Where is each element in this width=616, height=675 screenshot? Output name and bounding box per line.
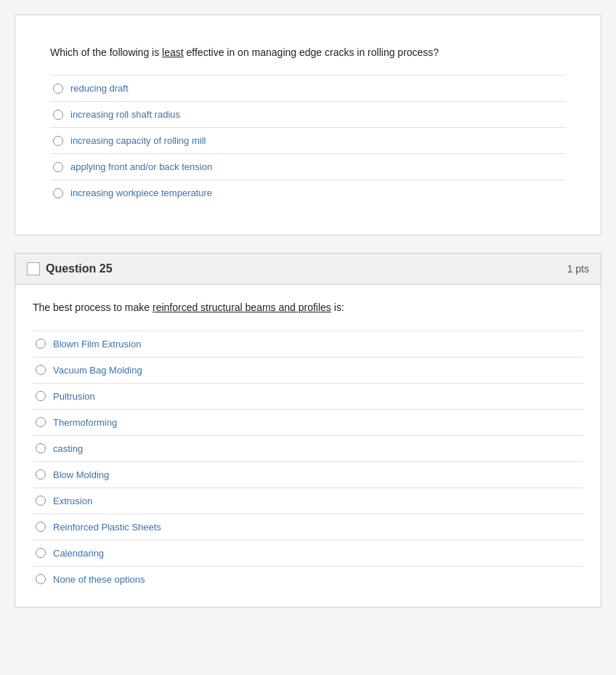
option-label[interactable]: reducing draft [70,83,129,94]
radio-icon[interactable] [53,110,63,120]
question-25-options: Blown Film Extrusion Vacuum Bag Molding … [33,331,583,592]
list-item[interactable]: increasing capacity of rolling mill [50,127,566,153]
option-label[interactable]: increasing capacity of rolling mill [70,135,206,146]
radio-icon[interactable] [53,136,63,146]
question-24-options: reducing draft increasing roll shaft rad… [50,75,566,206]
option-label[interactable]: increasing workpiece temperature [70,187,212,198]
radio-icon[interactable] [36,469,46,480]
question-24-card: Which of the following is least effectiv… [15,15,601,235]
radio-icon[interactable] [36,417,46,427]
question-25-card: Question 25 1 pts The best process to ma… [15,253,601,607]
list-item[interactable]: Thermoforming [33,409,583,435]
list-item[interactable]: applying front and/or back tension [50,153,566,179]
list-item[interactable]: Blown Film Extrusion [33,331,583,357]
option-label[interactable]: Blown Film Extrusion [53,339,141,349]
radio-icon[interactable] [36,391,46,401]
radio-icon[interactable] [36,522,46,532]
question-25-header: Question 25 1 pts [15,254,601,285]
list-item[interactable]: Calendaring [33,540,583,566]
question-25-title: Question 25 [46,262,113,275]
list-item[interactable]: reducing draft [50,75,566,101]
question-24-body: Which of the following is least effectiv… [33,30,583,220]
question-24-text: Which of the following is least effectiv… [50,44,566,60]
option-label[interactable]: Calendaring [53,548,104,559]
option-label[interactable]: Reinforced Plastic Sheets [53,522,161,533]
radio-icon[interactable] [53,162,63,172]
option-label[interactable]: Extrusion [53,496,92,506]
list-item[interactable]: Pultrusion [33,383,583,409]
question-25-body: The best process to make reinforced stru… [15,285,601,606]
question-25-pts: 1 pts [567,263,589,275]
radio-icon[interactable] [36,496,46,506]
option-label[interactable]: Thermoforming [53,417,117,428]
question-25-text: The best process to make reinforced stru… [33,299,583,315]
option-label[interactable]: Blow Molding [53,469,109,480]
checkbox-icon[interactable] [27,262,40,275]
radio-icon[interactable] [53,188,63,198]
option-label[interactable]: increasing roll shaft radius [70,109,180,120]
radio-icon[interactable] [36,548,46,558]
list-item[interactable]: increasing roll shaft radius [50,101,566,127]
option-label[interactable]: None of these options [53,574,145,585]
list-item[interactable]: increasing workpiece temperature [50,179,566,206]
radio-icon[interactable] [36,365,46,375]
list-item[interactable]: None of these options [33,566,583,592]
question-25-title-group: Question 25 [27,262,113,275]
option-label[interactable]: applying front and/or back tension [70,161,212,172]
option-label[interactable]: Pultrusion [53,391,95,402]
list-item[interactable]: Extrusion [33,488,583,514]
radio-icon[interactable] [36,339,46,349]
list-item[interactable]: Blow Molding [33,461,583,488]
option-label[interactable]: casting [53,443,83,454]
radio-icon[interactable] [53,84,63,94]
option-label[interactable]: Vacuum Bag Molding [53,365,142,376]
list-item[interactable]: Vacuum Bag Molding [33,357,583,383]
radio-icon[interactable] [36,574,46,584]
list-item[interactable]: Reinforced Plastic Sheets [33,514,583,540]
list-item[interactable]: casting [33,435,583,461]
radio-icon[interactable] [36,443,46,453]
